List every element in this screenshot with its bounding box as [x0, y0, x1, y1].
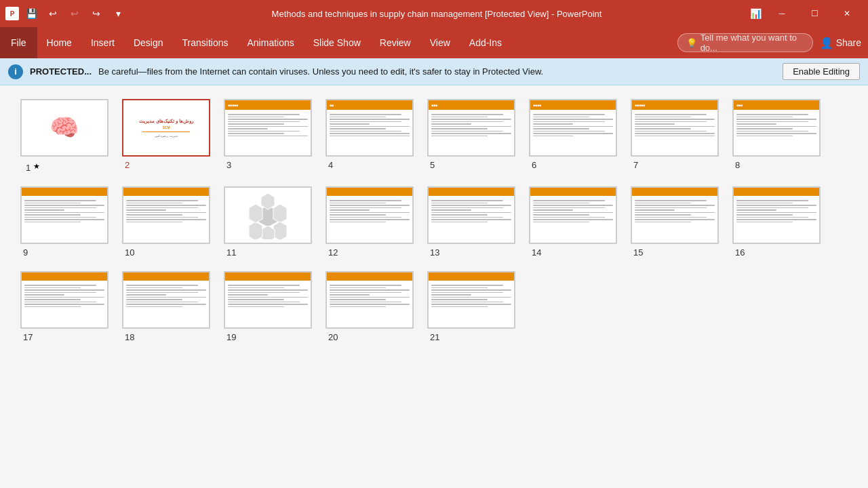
- menu-item-animations[interactable]: Animations: [237, 27, 303, 58]
- slide-item-14[interactable]: 14: [529, 186, 617, 258]
- slide-number-5: 5: [427, 160, 435, 170]
- enable-editing-button[interactable]: Enable Editing: [783, 63, 860, 80]
- slide-number-14: 14: [529, 247, 541, 258]
- close-button[interactable]: ✕: [831, 0, 863, 27]
- slide-item-12[interactable]: 12: [326, 186, 414, 258]
- slide-item-8[interactable]: ■■■ 8: [732, 99, 821, 173]
- svg-marker-3: [273, 222, 287, 239]
- slide-number-20: 20: [326, 332, 338, 342]
- slide-item-17[interactable]: 17: [20, 271, 108, 342]
- slide2-divider: [142, 131, 191, 132]
- slide-thumb-4[interactable]: ■■: [326, 99, 414, 157]
- slide-item-13[interactable]: 13: [427, 186, 515, 258]
- slide-number-19: 19: [224, 332, 236, 342]
- slide-thumb-11[interactable]: [224, 186, 312, 244]
- slide-number-15: 15: [631, 247, 643, 258]
- quick-access-button[interactable]: ▾: [108, 5, 127, 22]
- menu-item-view[interactable]: View: [420, 27, 460, 58]
- slide-thumb-15[interactable]: [631, 186, 719, 244]
- slide2-subtitle: مدیریت زنجیره تامین: [155, 134, 177, 138]
- slide-item-10[interactable]: 10: [122, 186, 210, 258]
- redo-button[interactable]: ↪: [87, 5, 106, 22]
- share-button[interactable]: 👤 Share: [813, 37, 868, 49]
- slide-thumb-2[interactable]: روش‌ها و تکنیک‌های مدیریت SCM مدیریت زنج…: [122, 99, 210, 157]
- save-button[interactable]: 💾: [22, 5, 41, 22]
- slide-thumb-21[interactable]: [427, 271, 515, 329]
- slide-item-16[interactable]: 16: [732, 186, 821, 258]
- menu-item-slideshow[interactable]: Slide Show: [304, 27, 370, 58]
- slide-thumb-12[interactable]: [326, 186, 414, 244]
- person-icon: 👤: [820, 37, 833, 49]
- slide-thumb-20[interactable]: [326, 271, 414, 329]
- menu-bar: File Home Insert Design Transitions Anim…: [0, 27, 868, 58]
- slide-item-2[interactable]: روش‌ها و تکنیک‌های مدیریت SCM مدیریت زنج…: [122, 99, 210, 173]
- slide-thumb-1[interactable]: 🧠: [20, 99, 108, 157]
- slide-item-3[interactable]: ■■■■■ 3: [224, 99, 312, 173]
- menu-item-design[interactable]: Design: [124, 27, 173, 58]
- hexagon-diagram: [234, 192, 302, 239]
- svg-marker-4: [261, 226, 275, 239]
- slide-item-4[interactable]: ■■ 4: [326, 99, 414, 173]
- protected-view-bar: i PROTECTED... Be careful—files from the…: [0, 58, 868, 85]
- slide-number-13: 13: [427, 247, 439, 258]
- slide-star-1: ★: [33, 162, 40, 171]
- slide-item-5[interactable]: ■■■ 5: [427, 99, 515, 173]
- slide-thumb-13[interactable]: [427, 186, 515, 244]
- minimize-button[interactable]: ─: [766, 0, 797, 27]
- menu-item-addins[interactable]: Add-Ins: [460, 27, 511, 58]
- slide2-scm: SCM: [162, 125, 170, 129]
- shield-icon: i: [8, 64, 23, 79]
- slide-thumb-14[interactable]: [529, 186, 617, 244]
- slide-item-20[interactable]: 20: [326, 271, 414, 342]
- slides-grid: 🧠 1 ★ روش‌ها و تکنیک‌های مدیریت SCM مدیر…: [0, 85, 868, 488]
- menu-item-home[interactable]: Home: [37, 27, 81, 58]
- slide-thumb-6[interactable]: ■■■■: [529, 99, 617, 157]
- slide-item-21[interactable]: 21: [427, 271, 515, 342]
- window-title: Methods and techniques in supply chain m…: [127, 9, 746, 19]
- slide-item-7[interactable]: ■■■■■ 7: [631, 99, 719, 173]
- slide-item-11[interactable]: 11: [224, 186, 312, 258]
- slide-item-15[interactable]: 15: [631, 186, 719, 258]
- slide-number-17: 17: [20, 332, 33, 342]
- title-bar: P 💾 ↩ ↩ ↪ ▾ Methods and techniques in su…: [0, 0, 868, 27]
- menu-item-review[interactable]: Review: [370, 27, 420, 58]
- menu-item-transitions[interactable]: Transitions: [173, 27, 238, 58]
- slide-number-7: 7: [631, 160, 638, 170]
- brain-image: 🧠: [50, 114, 79, 142]
- svg-marker-6: [249, 204, 262, 223]
- slide-thumb-3[interactable]: ■■■■■: [224, 99, 312, 157]
- window-controls: 📊 ─ ☐ ✕: [746, 0, 863, 27]
- slide-number-6: 6: [529, 160, 536, 170]
- slide-item-19[interactable]: 19: [224, 271, 312, 342]
- lightbulb-icon: 💡: [686, 38, 697, 48]
- title-bar-left: P 💾 ↩ ↩ ↪ ▾: [5, 5, 127, 22]
- svg-marker-2: [273, 204, 287, 223]
- slide-thumb-16[interactable]: [732, 186, 821, 244]
- slide-thumb-18[interactable]: [122, 271, 210, 329]
- slide-number-16: 16: [732, 247, 745, 258]
- menu-item-file[interactable]: File: [0, 27, 37, 58]
- slide-item-18[interactable]: 18: [122, 271, 210, 342]
- slide-number-1: 1: [23, 163, 31, 173]
- undo-button[interactable]: ↩: [43, 5, 62, 22]
- slide-thumb-9[interactable]: [20, 186, 108, 244]
- slide-item-9[interactable]: 9: [20, 186, 108, 258]
- slide-item-6[interactable]: ■■■■ 6: [529, 99, 617, 173]
- slide-thumb-19[interactable]: [224, 271, 312, 329]
- svg-marker-5: [249, 222, 262, 239]
- slide-number-21: 21: [427, 332, 439, 342]
- slide-number-3: 3: [224, 160, 231, 170]
- slide-item-1[interactable]: 🧠 1 ★: [20, 99, 108, 173]
- slide-thumb-7[interactable]: ■■■■■: [631, 99, 719, 157]
- protected-message: Be careful—files from the Internet can c…: [98, 66, 776, 77]
- restore-button[interactable]: ☐: [799, 0, 830, 27]
- presentation-icon: 📊: [746, 5, 765, 22]
- menu-item-insert[interactable]: Insert: [81, 27, 124, 58]
- slide-thumb-5[interactable]: ■■■: [427, 99, 515, 157]
- slide-thumb-8[interactable]: ■■■: [732, 99, 821, 157]
- slide-number-10: 10: [122, 247, 134, 258]
- tell-me-input[interactable]: 💡 Tell me what you want to do...: [677, 33, 813, 52]
- slide-thumb-17[interactable]: [20, 271, 108, 329]
- slide-thumb-10[interactable]: [122, 186, 210, 244]
- slide-number-8: 8: [732, 160, 740, 170]
